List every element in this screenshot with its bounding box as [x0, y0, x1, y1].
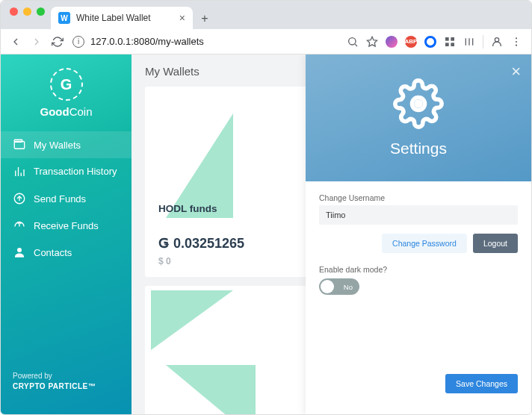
sidebar-item-label: Contacts — [34, 247, 72, 258]
menu-icon[interactable] — [510, 36, 522, 48]
sidebar-item-label: Send Funds — [34, 193, 86, 205]
svg-rect-3 — [445, 37, 449, 41]
star-icon[interactable] — [366, 36, 378, 48]
dark-mode-toggle[interactable]: No — [319, 278, 359, 295]
app-root: G GoodCoin My Wallets Transaction Histor… — [1, 54, 531, 415]
adblock-icon[interactable]: ABP — [405, 36, 417, 48]
url-text: 127.0.0.1:8080/my-wallets — [90, 36, 204, 47]
svg-point-11 — [516, 37, 517, 39]
svg-point-25 — [416, 102, 421, 106]
svg-marker-2 — [367, 37, 377, 46]
extension-icon[interactable] — [386, 36, 398, 48]
svg-rect-4 — [451, 37, 454, 41]
minimize-window-icon[interactable] — [23, 7, 31, 16]
svg-point-12 — [516, 40, 517, 42]
powered-by: Powered by CRYPTO PARTICLE™ — [1, 361, 132, 402]
currency-icon: Ǥ — [158, 235, 169, 252]
sidebar-item-send-funds[interactable]: Send Funds — [1, 185, 132, 212]
sidebar-item-transaction-history[interactable]: Transaction History — [1, 158, 132, 185]
wallet-balance: Ǥ 0.03251265 — [158, 235, 507, 252]
new-tab-button[interactable]: + — [194, 8, 215, 29]
save-row: Save Changes — [319, 374, 518, 404]
svg-rect-14 — [14, 142, 25, 149]
toggle-value: No — [344, 283, 353, 291]
svg-rect-15 — [14, 140, 22, 142]
settings-title: Settings — [390, 140, 447, 157]
send-icon — [13, 192, 26, 205]
settings-header: × Settings — [306, 54, 531, 181]
wallet-name: HODL funds — [158, 203, 507, 214]
sidebar-item-label: Receive Funds — [34, 220, 99, 231]
toolbar-divider — [483, 35, 483, 49]
tab-title: White Label Wallet — [76, 13, 151, 23]
back-button[interactable] — [10, 36, 22, 48]
sidebar-nav: My Wallets Transaction History Send Fund… — [1, 131, 132, 266]
sidebar-item-label: Transaction History — [34, 166, 117, 178]
profile-icon[interactable] — [491, 36, 503, 48]
save-button[interactable]: Save Changes — [445, 374, 518, 393]
brand-logo: G GoodCoin — [1, 68, 132, 118]
maximize-window-icon[interactable] — [37, 7, 45, 16]
receive-icon — [13, 219, 26, 232]
contacts-icon — [13, 246, 26, 259]
browser-tab[interactable]: W White Label Wallet × — [51, 7, 193, 29]
toolbar-right: ABP — [347, 35, 522, 49]
svg-point-13 — [516, 44, 517, 46]
forward-button[interactable] — [31, 36, 43, 48]
toggle-knob — [321, 280, 334, 293]
sidebar: G GoodCoin My Wallets Transaction Histor… — [1, 54, 132, 415]
main-content: My Wallets HODL funds Ǥ 0.03251265 $ 0 S… — [132, 54, 531, 415]
browser-toolbar: i 127.0.0.1:8080/my-wallets ABP — [1, 29, 531, 54]
logo-icon: G — [50, 68, 83, 101]
wallet-icon — [13, 138, 26, 152]
card-decoration — [166, 113, 233, 218]
window-controls — [7, 1, 49, 29]
brand-name: GoodCoin — [40, 105, 92, 118]
extension-circle-icon[interactable] — [424, 36, 436, 48]
powered-line1: Powered by — [13, 371, 120, 381]
balance-amount: 0.03251265 — [173, 236, 244, 252]
svg-line-1 — [355, 44, 357, 46]
svg-rect-6 — [451, 43, 454, 46]
wallet-usd: $ 0 — [158, 256, 507, 266]
username-label: Change Username — [319, 193, 518, 202]
svg-point-23 — [17, 248, 22, 252]
svg-point-0 — [349, 37, 356, 44]
sidebar-item-contacts[interactable]: Contacts — [1, 239, 132, 266]
card-decoration — [151, 290, 233, 350]
card-decoration — [166, 365, 256, 415]
close-tab-icon[interactable]: × — [179, 12, 185, 24]
gear-icon — [393, 78, 444, 132]
address-bar[interactable]: i 127.0.0.1:8080/my-wallets — [72, 36, 338, 48]
history-icon — [13, 165, 26, 178]
reload-button[interactable] — [52, 36, 64, 48]
close-icon[interactable]: × — [511, 62, 521, 81]
site-info-icon[interactable]: i — [72, 36, 84, 48]
favicon-icon: W — [58, 12, 70, 24]
svg-point-10 — [495, 37, 498, 41]
sidebar-item-receive-funds[interactable]: Receive Funds — [1, 212, 132, 239]
extension-grid-icon[interactable] — [444, 36, 456, 48]
sidebar-item-my-wallets[interactable]: My Wallets — [1, 131, 132, 158]
svg-rect-5 — [445, 43, 449, 46]
powered-line2: CRYPTO PARTICLE™ — [13, 381, 120, 392]
settings-body: Change Username Change Password Logout E… — [306, 181, 531, 415]
close-window-icon[interactable] — [10, 7, 18, 16]
search-icon[interactable] — [347, 36, 359, 48]
browser-tab-strip: W White Label Wallet × + — [1, 1, 531, 29]
sidebar-item-label: My Wallets — [34, 140, 81, 151]
extension-bars-icon[interactable] — [463, 36, 475, 48]
